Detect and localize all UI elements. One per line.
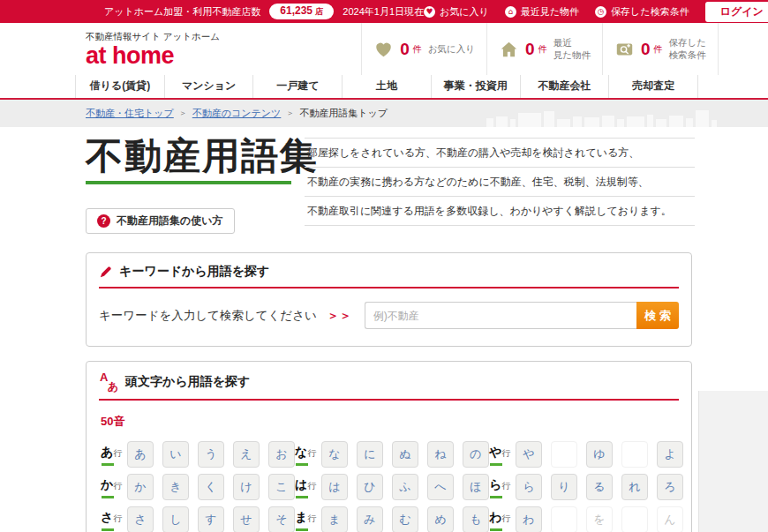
green-underline — [490, 463, 502, 466]
kana-button-お[interactable]: お — [268, 441, 295, 468]
glossary-help-button[interactable]: ? 不動産用語集の使い方 — [86, 208, 235, 234]
kana-button-れ[interactable]: れ — [621, 474, 648, 500]
nav-item-mansion[interactable]: マンション — [164, 75, 253, 98]
kana-button-く[interactable]: く — [198, 474, 224, 500]
kana-cells: はひふへほ — [321, 474, 489, 500]
kana-button-の[interactable]: の — [463, 441, 489, 468]
kana-button-や[interactable]: や — [516, 441, 542, 468]
kana-row-label-text: さ行 — [101, 509, 122, 524]
green-underline — [296, 496, 308, 498]
kana-row-label-わ: わ行 — [489, 506, 516, 531]
kana-button-ろ[interactable]: ろ — [657, 474, 683, 500]
header-counter-保存した検索条件[interactable]: 0件保存した 検索条件 — [602, 23, 719, 75]
heart-icon: ♥ — [424, 6, 435, 18]
breadcrumb-link[interactable]: 不動産のコンテンツ — [192, 107, 282, 120]
kana-button-す[interactable]: す — [198, 506, 224, 532]
kana-cells: なにぬねの — [321, 441, 489, 468]
kana-button-せ[interactable]: せ — [233, 506, 260, 532]
kana-button-に[interactable]: に — [357, 441, 383, 468]
kana-row-label-ま: ま行 — [295, 506, 321, 531]
kana-button-ゆ[interactable]: ゆ — [586, 441, 613, 468]
nav-item-land[interactable]: 土地 — [342, 75, 431, 98]
kana-button-め[interactable]: め — [427, 506, 454, 532]
kana-button-え[interactable]: え — [233, 441, 260, 468]
header-counter-お気に入り[interactable]: 0件お気に入り — [361, 23, 486, 75]
kana-button-か[interactable]: か — [127, 474, 154, 500]
kana-button-あ[interactable]: あ — [127, 441, 154, 468]
breadcrumb-separator: ＞ — [179, 108, 187, 119]
kana-cells: まみむめも — [321, 506, 489, 532]
kana-button-そ[interactable]: そ — [268, 506, 295, 532]
counter-label: 保存した 検索条件 — [669, 37, 707, 61]
breadcrumb-strip: 不動産・住宅トップ＞不動産のコンテンツ＞不動産用語集トップ — [0, 100, 768, 127]
kana-cell-empty — [551, 441, 577, 468]
topbar-link-label: お気に入り — [440, 5, 489, 19]
initial-search-section: Aあ 頭文字から用語を探す 50音 あ行あいうえおか行かきくけこさ行さしすせそた… — [86, 361, 692, 532]
athome-logo[interactable]: at home — [86, 44, 220, 68]
nav-item-business-investment[interactable]: 事業・投資用 — [431, 75, 520, 98]
kana-button-ほ[interactable]: ほ — [463, 474, 489, 500]
kana-button-る[interactable]: る — [586, 474, 613, 500]
kana-button-よ[interactable]: よ — [657, 441, 683, 468]
green-underline — [296, 463, 308, 466]
nav-item-rent[interactable]: 借りる(賃貸) — [75, 75, 164, 98]
login-button[interactable]: ログイン — [705, 2, 768, 22]
kana-button-も[interactable]: も — [463, 506, 489, 532]
nav-item-company[interactable]: 不動産会社 — [520, 75, 609, 98]
search-prompt: キーワードを入力して検索してください — [99, 308, 317, 324]
title-underline — [86, 181, 291, 184]
counter-unit: 件 — [413, 43, 422, 56]
kana-row-は: は行はひふへほ — [295, 474, 489, 500]
kana-button-わ[interactable]: わ — [516, 506, 542, 532]
topbar-link-お気に入り[interactable]: ♥お気に入り — [424, 5, 489, 19]
keyword-search-input[interactable] — [365, 302, 636, 329]
breadcrumb-separator: ＞ — [286, 108, 294, 119]
kana-button-け[interactable]: け — [233, 474, 260, 500]
nav-item-detached-house[interactable]: 一戸建て — [252, 75, 342, 98]
kana-button-ま[interactable]: ま — [321, 506, 348, 532]
topbar-link-最近見た物件[interactable]: ⌂最近見た物件 — [505, 5, 579, 19]
keyword-section-title: キーワードから用語を探す — [119, 264, 269, 280]
kana-row-label-ら: ら行 — [489, 474, 516, 498]
kana-button-へ[interactable]: へ — [427, 474, 454, 500]
kana-button-ら[interactable]: ら — [516, 474, 542, 500]
kana-row-label-あ: あ行 — [101, 441, 127, 466]
counter-label: 最近 見た物件 — [553, 37, 591, 61]
breadcrumb-current: 不動産用語集トップ — [299, 107, 388, 120]
kana-button-な[interactable]: な — [321, 441, 348, 468]
kana-button-を: を — [586, 506, 613, 532]
kana-button-ね[interactable]: ね — [427, 441, 454, 468]
counter-unit: 件 — [538, 43, 547, 56]
kana-row-label-さ: さ行 — [101, 506, 127, 531]
kana-button-い[interactable]: い — [162, 441, 189, 468]
kana-button-こ[interactable]: こ — [268, 474, 295, 500]
logo-block[interactable]: 不動産情報サイト アットホーム at home — [86, 23, 220, 75]
search-button[interactable]: 検 索 — [636, 302, 679, 329]
kana-button-む[interactable]: む — [392, 506, 418, 532]
kana-button-ぬ[interactable]: ぬ — [392, 441, 418, 468]
kana-row-ま: ま行まみむめも — [295, 506, 489, 532]
topbar-link-label: 最近見た物件 — [521, 5, 579, 19]
counter-unit: 件 — [654, 43, 663, 56]
green-underline — [102, 528, 114, 531]
header-counter-最近見た物件[interactable]: 0件最近 見た物件 — [486, 23, 602, 75]
nav-item-sale-assessment[interactable]: 売却査定 — [608, 75, 698, 98]
kana-button-う[interactable]: う — [198, 441, 224, 468]
breadcrumb-link[interactable]: 不動産・住宅トップ — [86, 107, 174, 120]
kana-row-label-text: あ行 — [101, 444, 122, 459]
kana-button-り[interactable]: り — [551, 474, 577, 500]
description-line: 部屋探しをされている方、不動産の購入や売却を検討されている方、 — [305, 138, 695, 167]
kana-row-label-text: は行 — [295, 476, 316, 491]
kana-button-ひ[interactable]: ひ — [357, 474, 383, 500]
kana-button-み[interactable]: み — [357, 506, 383, 532]
kana-button-さ[interactable]: さ — [127, 506, 154, 532]
site-tagline: 不動産情報サイト アットホーム — [86, 31, 220, 43]
kana-button-は[interactable]: は — [321, 474, 348, 500]
kana-button-ふ[interactable]: ふ — [392, 474, 418, 500]
topbar-link-保存した検索条件[interactable]: ◷保存した検索条件 — [595, 5, 689, 19]
kana-row-label-text: か行 — [101, 476, 122, 491]
main-nav: 借りる(賃貸)マンション一戸建て土地事業・投資用不動産会社売却査定 — [75, 75, 698, 98]
kana-row-label-text: や行 — [489, 444, 510, 459]
kana-button-し[interactable]: し — [162, 506, 189, 532]
kana-button-き[interactable]: き — [162, 474, 189, 500]
